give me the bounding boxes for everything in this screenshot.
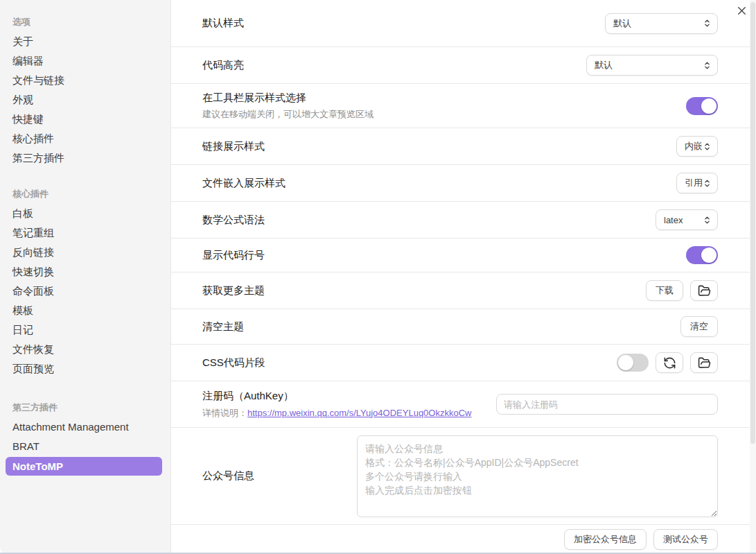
toggle-knob: [701, 98, 717, 114]
setting-row-code-line-numbers: 显示代码行号: [171, 239, 750, 272]
sidebar-item-templates[interactable]: 模板: [0, 301, 170, 320]
setting-row-clear-themes: 清空主题 清空: [171, 309, 750, 345]
chevrons-up-down-icon: [703, 179, 712, 188]
authkey-input[interactable]: [496, 394, 718, 415]
setting-row-toolbar-style-select: 在工具栏展示样式选择 建议在移动端关闭，可以增大文章预览区域: [171, 84, 750, 128]
authkey-label: 注册码（AuthKey）: [202, 390, 471, 403]
mp-account-info-label: 公众号信息: [202, 469, 254, 483]
sidebar-item-appearance[interactable]: 外观: [0, 90, 170, 110]
sidebar-section-header-core-plugins: 核心插件: [0, 184, 170, 204]
scrollbar-track[interactable]: [750, 0, 756, 554]
default-style-select[interactable]: 默认: [605, 13, 718, 34]
setting-row-mp-account-info: 公众号信息: [171, 428, 750, 525]
test-mp-account-button[interactable]: 测试公众号: [653, 529, 718, 550]
math-syntax-select[interactable]: latex: [656, 209, 718, 230]
file-embed-select[interactable]: 引用: [676, 173, 718, 193]
mp-account-info-textarea[interactable]: [357, 435, 718, 517]
close-icon: [735, 4, 748, 17]
setting-row-math-syntax: 数学公式语法 latex: [171, 202, 750, 239]
setting-row-actions: 加密公众号信息 测试公众号: [171, 525, 750, 554]
sidebar-item-notetomp[interactable]: NoteToMP: [6, 457, 162, 476]
code-line-numbers-label: 显示代码行号: [202, 249, 265, 262]
sidebar-item-brat[interactable]: BRAT: [0, 437, 170, 456]
css-snippets-label: CSS代码片段: [202, 356, 265, 370]
css-snippets-toggle[interactable]: [617, 354, 649, 372]
encrypt-mp-info-button[interactable]: 加密公众号信息: [564, 529, 647, 550]
settings-window: 选项 关于 编辑器 文件与链接 外观 快捷键 核心插件 第三方插件 核心插件 白…: [0, 0, 756, 554]
chevrons-up-down-icon: [703, 19, 712, 28]
sidebar-item-note-composer[interactable]: 笔记重组: [0, 223, 170, 243]
sidebar-item-attachment-management[interactable]: Attachment Management: [0, 417, 170, 437]
sidebar-item-community-plugins[interactable]: 第三方插件: [0, 148, 170, 168]
file-embed-select-value: 引用: [685, 177, 703, 189]
scrollbar-thumb[interactable]: [750, 2, 755, 444]
sidebar-item-backlinks[interactable]: 反向链接: [0, 243, 170, 262]
setting-row-css-snippets: CSS代码片段: [171, 345, 750, 381]
link-display-label: 链接展示样式: [202, 140, 265, 153]
setting-row-default-style: 默认样式 默认: [171, 0, 750, 47]
toolbar-style-label: 在工具栏展示样式选择: [202, 92, 373, 105]
link-display-select[interactable]: 内嵌: [676, 136, 718, 157]
default-style-label: 默认样式: [202, 17, 244, 30]
code-highlight-select-value: 默认: [595, 59, 613, 71]
toggle-knob: [618, 355, 633, 370]
toolbar-style-toggle[interactable]: [686, 97, 718, 115]
sidebar-item-page-preview[interactable]: 页面预览: [0, 359, 170, 379]
sidebar-item-core-plugins[interactable]: 核心插件: [0, 129, 170, 148]
code-highlight-label: 代码高亮: [202, 59, 244, 72]
math-syntax-select-value: latex: [664, 215, 683, 225]
reload-css-snippets-button[interactable]: [656, 352, 683, 373]
chevrons-up-down-icon: [703, 216, 712, 225]
refresh-icon: [663, 356, 676, 370]
sidebar-item-hotkeys[interactable]: 快捷键: [0, 110, 170, 129]
math-syntax-label: 数学公式语法: [202, 214, 265, 227]
setting-row-authkey: 注册码（AuthKey） 详情说明：https://mp.weixin.qq.c…: [171, 381, 750, 428]
sidebar-item-quick-switcher[interactable]: 快速切换: [0, 262, 170, 282]
open-css-snippets-folder-button[interactable]: [690, 352, 718, 373]
setting-row-get-more-themes: 获取更多主题 下载: [171, 272, 750, 309]
authkey-desc: 详情说明：https://mp.weixin.qq.com/s/LYujo4OD…: [202, 407, 471, 419]
sidebar-section-header-options: 选项: [0, 12, 170, 32]
link-display-select-value: 内嵌: [685, 140, 703, 153]
settings-sidebar: 选项 关于 编辑器 文件与链接 外观 快捷键 核心插件 第三方插件 核心插件 白…: [0, 0, 171, 554]
toggle-knob: [701, 248, 717, 263]
sidebar-item-about[interactable]: 关于: [0, 32, 170, 51]
clear-themes-button[interactable]: 清空: [680, 316, 718, 337]
sidebar-section-header-community-plugins: 第三方插件: [0, 398, 170, 417]
authkey-desc-prefix: 详情说明：: [202, 408, 247, 418]
sidebar-item-editor[interactable]: 编辑器: [0, 51, 170, 71]
sidebar-item-canvas[interactable]: 白板: [0, 204, 170, 223]
file-embed-label: 文件嵌入展示样式: [202, 177, 285, 190]
get-more-themes-label: 获取更多主题: [202, 284, 265, 297]
code-highlight-select[interactable]: 默认: [586, 55, 718, 76]
default-style-select-value: 默认: [613, 17, 631, 30]
sidebar-item-daily-notes[interactable]: 日记: [0, 320, 170, 340]
sidebar-item-command-palette[interactable]: 命令面板: [0, 282, 170, 301]
sidebar-item-files-links[interactable]: 文件与链接: [0, 71, 170, 90]
close-button[interactable]: [735, 3, 748, 17]
folder-open-icon: [698, 356, 711, 370]
sidebar-item-file-recovery[interactable]: 文件恢复: [0, 340, 170, 359]
code-line-numbers-toggle[interactable]: [686, 246, 718, 264]
setting-row-code-highlight: 代码高亮 默认: [171, 47, 750, 84]
clear-themes-label: 清空主题: [202, 320, 244, 334]
folder-open-icon: [698, 284, 711, 297]
settings-content-pane: 默认样式 默认 代码高亮 默认: [171, 0, 756, 554]
toolbar-style-desc: 建议在移动端关闭，可以增大文章预览区域: [202, 108, 373, 121]
chevrons-up-down-icon: [703, 61, 712, 70]
authkey-help-link[interactable]: https://mp.weixin.qq.com/s/LYujo4ODEYLuq…: [247, 408, 471, 418]
download-themes-button[interactable]: 下载: [646, 280, 683, 301]
chevrons-up-down-icon: [703, 142, 712, 151]
open-themes-folder-button[interactable]: [690, 280, 718, 301]
setting-row-file-embed-style: 文件嵌入展示样式 引用: [171, 165, 750, 202]
setting-row-link-display-style: 链接展示样式 内嵌: [171, 128, 750, 165]
